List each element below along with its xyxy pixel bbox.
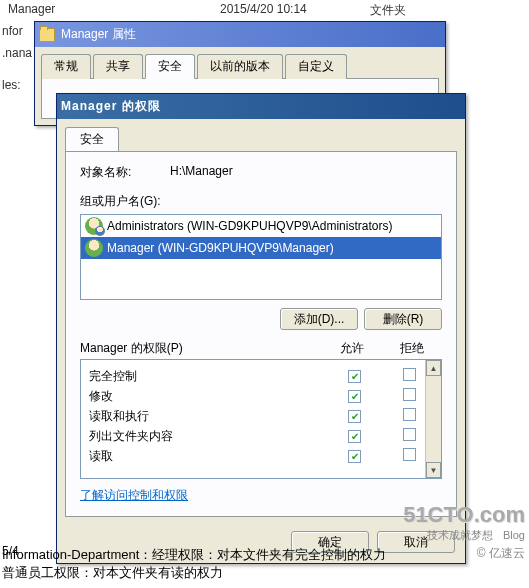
permissions-title-bar[interactable]: Manager 的权限 — [57, 94, 465, 119]
allow-checkbox[interactable]: ✔ — [348, 430, 361, 443]
learn-more-link[interactable]: 了解访问控制和权限 — [80, 487, 188, 504]
permissions-tabs: 安全 — [65, 127, 457, 151]
allow-checkbox[interactable]: ✔ — [348, 370, 361, 383]
perm-row-modify: 修改 ✔ — [89, 386, 437, 406]
perm-row-read: 读取 ✔ — [89, 446, 437, 466]
properties-title: Manager 属性 — [61, 26, 136, 43]
allow-checkbox[interactable]: ✔ — [348, 450, 361, 463]
user-buttons: 添加(D)... 删除(R) — [80, 308, 442, 330]
tab-security[interactable]: 安全 — [145, 54, 195, 79]
deny-label: 拒绝 — [382, 340, 442, 357]
deny-checkbox[interactable] — [403, 388, 416, 401]
allow-label: 允许 — [322, 340, 382, 357]
users-group-icon — [85, 217, 103, 235]
scroll-down-icon[interactable]: ▼ — [426, 462, 441, 478]
user-item-manager[interactable]: Manager (WIN-GD9KPUHQVP9\Manager) — [81, 237, 441, 259]
folder-name: Manager — [0, 2, 220, 19]
allow-checkbox[interactable]: ✔ — [348, 410, 361, 423]
properties-tabs: 常规 共享 安全 以前的版本 自定义 — [41, 53, 439, 79]
object-name-label: 对象名称: — [80, 164, 170, 181]
deny-checkbox[interactable] — [403, 448, 416, 461]
folder-icon — [39, 28, 55, 42]
watermark-logo: 51CTO.com — [403, 502, 525, 528]
tab-customize[interactable]: 自定义 — [285, 54, 347, 79]
user-list[interactable]: Administrators (WIN-GD9KPUHQVP9\Administ… — [80, 214, 442, 300]
permissions-list: ▲ ▼ 完全控制 ✔ 修改 ✔ 读取和执行 ✔ 列出文件夹内容 ✔ — [80, 359, 442, 479]
permissions-title: Manager 的权限 — [61, 98, 161, 115]
allow-checkbox[interactable]: ✔ — [348, 390, 361, 403]
perm-row-read-execute: 读取和执行 ✔ — [89, 406, 437, 426]
user-item-administrators[interactable]: Administrators (WIN-GD9KPUHQVP9\Administ… — [81, 215, 441, 237]
perm-row-full-control: 完全控制 ✔ — [89, 366, 437, 386]
user-item-label: Manager (WIN-GD9KPUHQVP9\Manager) — [107, 241, 334, 255]
folder-type: 文件夹 — [370, 2, 406, 19]
perm-row-list-contents: 列出文件夹内容 ✔ — [89, 426, 437, 446]
scroll-up-icon[interactable]: ▲ — [426, 360, 441, 376]
tab-sharing[interactable]: 共享 — [93, 54, 143, 79]
tab-security-inner[interactable]: 安全 — [65, 127, 119, 151]
tab-general[interactable]: 常规 — [41, 54, 91, 79]
folder-date: 2015/4/20 10:14 — [220, 2, 370, 19]
watermark: 51CTO.com 技术成就梦想 Blog © 亿速云 — [403, 502, 525, 562]
remove-button[interactable]: 删除(R) — [364, 308, 442, 330]
tab-previous[interactable]: 以前的版本 — [197, 54, 283, 79]
permissions-header: Manager 的权限(P) 允许 拒绝 — [80, 340, 442, 357]
permissions-dialog: Manager 的权限 安全 对象名称: H:\Manager 组或用户名(G)… — [56, 93, 466, 564]
explorer-row: Manager 2015/4/20 10:14 文件夹 — [0, 2, 406, 19]
permissions-body: 对象名称: H:\Manager 组或用户名(G): Administrator… — [65, 151, 457, 517]
add-button[interactable]: 添加(D)... — [280, 308, 358, 330]
footer-text: Information-Department：经理权限：对本文件夹有完全控制的权… — [2, 546, 386, 582]
deny-checkbox[interactable] — [403, 408, 416, 421]
properties-title-bar[interactable]: Manager 属性 — [35, 22, 445, 47]
deny-checkbox[interactable] — [403, 368, 416, 381]
deny-checkbox[interactable] — [403, 428, 416, 441]
background-fragments: nfor .nana les: — [0, 20, 32, 96]
user-icon — [85, 239, 103, 257]
object-name-row: 对象名称: H:\Manager — [80, 164, 442, 181]
group-users-label: 组或用户名(G): — [80, 193, 442, 210]
object-name-value: H:\Manager — [170, 164, 233, 181]
permissions-title-label: Manager 的权限(P) — [80, 340, 322, 357]
user-item-label: Administrators (WIN-GD9KPUHQVP9\Administ… — [107, 219, 392, 233]
watermark-cloud: © 亿速云 — [403, 545, 525, 562]
scrollbar[interactable]: ▲ ▼ — [425, 360, 441, 478]
